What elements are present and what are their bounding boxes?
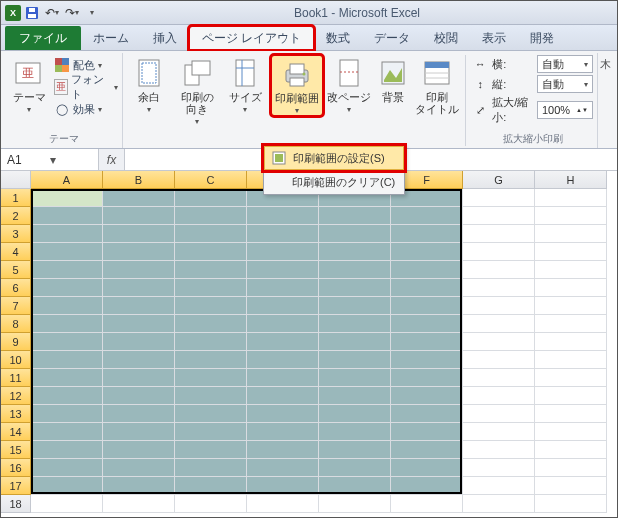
- row-header[interactable]: 12: [1, 387, 31, 405]
- cell[interactable]: [247, 477, 319, 495]
- cell[interactable]: [175, 423, 247, 441]
- cell[interactable]: [247, 333, 319, 351]
- col-header[interactable]: B: [103, 171, 175, 189]
- tab-developer[interactable]: 開発: [518, 26, 566, 50]
- clear-print-area-item[interactable]: 印刷範囲のクリア(C): [264, 170, 404, 194]
- tab-formulas[interactable]: 数式: [314, 26, 362, 50]
- cell[interactable]: [175, 189, 247, 207]
- cell[interactable]: [247, 261, 319, 279]
- width-input[interactable]: 自動▾: [537, 55, 593, 73]
- cell[interactable]: [247, 225, 319, 243]
- row-header[interactable]: 16: [1, 459, 31, 477]
- cell[interactable]: [463, 405, 535, 423]
- undo-icon[interactable]: ↶▾: [43, 4, 61, 22]
- cell[interactable]: [463, 477, 535, 495]
- cell[interactable]: [247, 243, 319, 261]
- cell[interactable]: [103, 261, 175, 279]
- cell[interactable]: [247, 405, 319, 423]
- cell[interactable]: [31, 207, 103, 225]
- set-print-area-item[interactable]: 印刷範囲の設定(S): [264, 146, 404, 170]
- cell[interactable]: [103, 495, 175, 513]
- cell[interactable]: [31, 387, 103, 405]
- tab-review[interactable]: 校閲: [422, 26, 470, 50]
- cell[interactable]: [319, 387, 391, 405]
- effects-button[interactable]: ◯効果▾: [54, 99, 119, 119]
- print-area-button[interactable]: 印刷範囲▾: [271, 55, 323, 116]
- col-header[interactable]: A: [31, 171, 103, 189]
- cell[interactable]: [103, 207, 175, 225]
- cell[interactable]: [463, 315, 535, 333]
- cell[interactable]: [103, 405, 175, 423]
- cell[interactable]: [535, 207, 607, 225]
- cell[interactable]: [103, 477, 175, 495]
- cell[interactable]: [31, 315, 103, 333]
- cell[interactable]: [463, 423, 535, 441]
- cell[interactable]: [391, 297, 463, 315]
- fx-button[interactable]: fx: [99, 149, 125, 170]
- cell[interactable]: [175, 477, 247, 495]
- row-header[interactable]: 15: [1, 441, 31, 459]
- cell[interactable]: [103, 243, 175, 261]
- background-button[interactable]: 背景: [375, 55, 411, 103]
- row-header[interactable]: 11: [1, 369, 31, 387]
- cell[interactable]: [175, 387, 247, 405]
- cell[interactable]: [391, 495, 463, 513]
- cell[interactable]: [463, 495, 535, 513]
- cell[interactable]: [535, 261, 607, 279]
- cell[interactable]: [247, 351, 319, 369]
- cell[interactable]: [31, 189, 103, 207]
- cell[interactable]: [535, 459, 607, 477]
- cell[interactable]: [463, 261, 535, 279]
- row-header[interactable]: 14: [1, 423, 31, 441]
- cell[interactable]: [391, 423, 463, 441]
- cell[interactable]: [31, 405, 103, 423]
- height-input[interactable]: 自動▾: [537, 75, 593, 93]
- cell[interactable]: [175, 261, 247, 279]
- cell[interactable]: [391, 207, 463, 225]
- cell[interactable]: [319, 369, 391, 387]
- cell[interactable]: [175, 207, 247, 225]
- cell[interactable]: [535, 387, 607, 405]
- cell[interactable]: [463, 297, 535, 315]
- cell[interactable]: [247, 369, 319, 387]
- cell[interactable]: [175, 333, 247, 351]
- file-tab[interactable]: ファイル: [5, 26, 81, 50]
- cell[interactable]: [391, 261, 463, 279]
- cell[interactable]: [103, 369, 175, 387]
- cell[interactable]: [247, 279, 319, 297]
- cell[interactable]: [31, 423, 103, 441]
- themes-button[interactable]: 亜 テーマ ▾: [9, 55, 50, 114]
- cell[interactable]: [391, 477, 463, 495]
- scale-input[interactable]: 100%▲▼: [537, 101, 593, 119]
- cell[interactable]: [535, 477, 607, 495]
- cell[interactable]: [247, 459, 319, 477]
- cell[interactable]: [463, 459, 535, 477]
- cell[interactable]: [103, 333, 175, 351]
- select-all-corner[interactable]: [1, 171, 31, 189]
- margins-button[interactable]: 余白▾: [127, 55, 171, 114]
- cell[interactable]: [319, 441, 391, 459]
- cell[interactable]: [391, 459, 463, 477]
- cell[interactable]: [103, 279, 175, 297]
- cell[interactable]: [31, 243, 103, 261]
- cell[interactable]: [175, 225, 247, 243]
- cell[interactable]: [535, 279, 607, 297]
- cell[interactable]: [319, 279, 391, 297]
- cell[interactable]: [463, 189, 535, 207]
- cell[interactable]: [463, 333, 535, 351]
- cell[interactable]: [175, 279, 247, 297]
- cell[interactable]: [391, 369, 463, 387]
- cell[interactable]: [247, 207, 319, 225]
- cell[interactable]: [103, 459, 175, 477]
- row-header[interactable]: 10: [1, 351, 31, 369]
- row-header[interactable]: 6: [1, 279, 31, 297]
- print-titles-button[interactable]: 印刷 タイトル: [415, 55, 459, 115]
- cell[interactable]: [31, 477, 103, 495]
- cell[interactable]: [103, 225, 175, 243]
- cell[interactable]: [175, 369, 247, 387]
- cell[interactable]: [31, 279, 103, 297]
- cell[interactable]: [247, 297, 319, 315]
- tab-insert[interactable]: 挿入: [141, 26, 189, 50]
- col-header[interactable]: H: [535, 171, 607, 189]
- cell[interactable]: [391, 315, 463, 333]
